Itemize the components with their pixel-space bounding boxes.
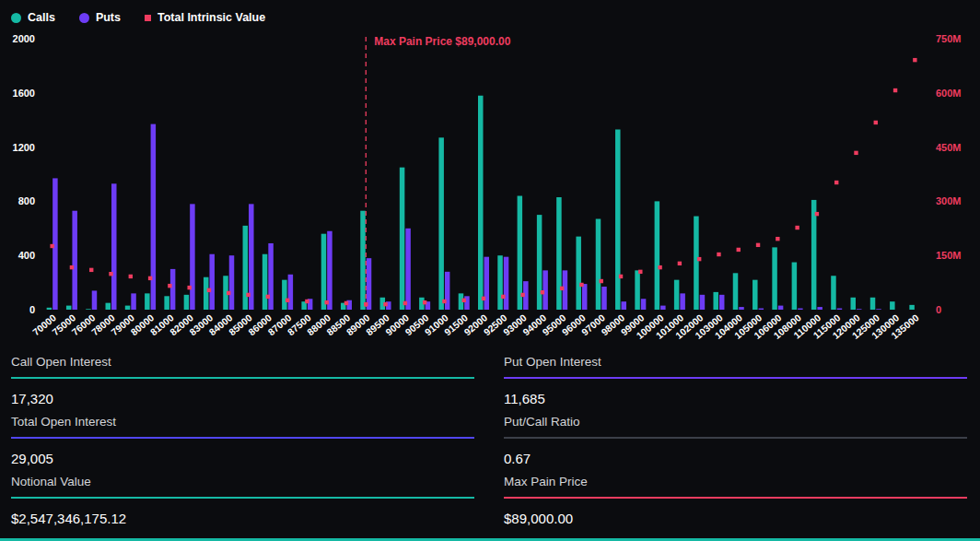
left-axis-tick: 400 [18,250,35,261]
put-bar [837,309,843,310]
call-bar [497,255,503,310]
stat-label: Put/Call Ratio [504,415,967,437]
intrinsic-value-dot [266,295,270,299]
intrinsic-value-dot [344,301,348,305]
put-bar [857,309,862,310]
put-bar [170,269,176,310]
intrinsic-value-dot [717,253,720,256]
intrinsic-value-dot [541,290,544,294]
intrinsic-value-dot [619,275,623,278]
stat-card-put-open-interest: Put Open Interest11,685 [504,355,967,406]
legend-item-total-intrinsic-value[interactable]: Total Intrinsic Value [145,11,265,24]
call-bar [86,309,91,310]
intrinsic-value-dot [383,302,387,306]
right-axis-labels: 0150M300M450M600M750M [936,33,962,315]
call-bar [400,168,405,310]
stat-card-put-call-ratio: Put/Call Ratio0.67 [504,415,967,466]
put-bar [92,290,98,310]
put-bar [367,258,372,310]
intrinsic-value-dot [324,300,328,304]
call-bar [655,201,660,310]
intrinsic-value-dot [482,297,485,300]
options-open-interest-chart: 04008001200160020000150M300M450M600M750M… [0,28,980,348]
call-bar [164,296,169,310]
call-bar [262,254,268,310]
call-bar [145,293,150,310]
put-bar [464,296,470,310]
intrinsic-value-dot [874,121,878,124]
stat-label: Call Open Interest [11,355,474,377]
stat-value: $2,547,346,175.12 [11,499,474,526]
legend-label: Puts [96,11,121,24]
intrinsic-value-dot [815,212,819,216]
call-bar [615,129,621,310]
puts-marker-icon [79,13,89,23]
call-bar [360,211,366,310]
intrinsic-value-dot [168,284,171,288]
intrinsic-value-dot [600,279,603,283]
put-bar [680,293,685,310]
stat-value: 0.67 [504,439,967,466]
put-bar [327,231,332,310]
intrinsic-value-dot [756,243,760,247]
x-axis-labels: 7000075000760007800079000800008100082000… [30,312,921,341]
right-axis-tick: 450M [936,142,962,153]
stat-value: $89,000.00 [504,499,967,526]
call-bar [694,217,699,310]
intrinsic-value-dot [246,293,250,297]
put-bar [151,124,157,310]
intrinsic-value-dot [70,265,74,269]
put-bar [190,204,195,310]
call-bar [204,277,209,310]
intrinsic-value-dot [50,244,53,248]
left-axis-tick: 0 [29,304,35,315]
intrinsic-value-dot [658,265,661,269]
intrinsic-value-dot [638,270,642,274]
intrinsic-value-dot [442,300,446,303]
left-axis-tick: 2000 [13,33,35,44]
intrinsic-value-dot [737,248,741,252]
chart-legend: CallsPutsTotal Intrinsic Value [0,0,980,28]
call-bar [556,197,562,310]
put-bar [798,309,803,310]
intrinsic-value-dot [913,58,916,62]
put-bar [660,306,666,310]
call-bar [537,215,542,310]
call-bar [596,219,601,310]
intrinsic-value-dot [305,300,309,303]
put-bar [817,307,822,310]
put-bar [700,295,706,310]
call-bar [635,270,640,310]
intrinsic-value-dot [776,237,779,241]
options-max-pain-dashboard: CallsPutsTotal Intrinsic Value 040080012… [0,0,980,541]
intrinsic-value-dot [462,299,466,302]
put-bar [601,287,607,310]
calls-marker-icon [11,13,21,23]
legend-item-puts[interactable]: Puts [79,11,121,24]
put-bar [876,309,881,310]
intrinsic-value-dot [854,151,858,155]
intrinsic-value-dot [148,276,152,280]
intrinsic-value-dot [520,293,524,297]
stat-label: Total Open Interest [11,415,474,437]
legend-item-calls[interactable]: Calls [11,11,55,24]
right-axis-tick: 300M [936,195,962,206]
call-bar [282,280,287,310]
left-axis-tick: 800 [18,195,35,206]
put-bar [484,257,490,310]
intrinsic-value-dot [795,226,799,229]
right-axis-tick: 150M [936,250,962,261]
put-bar [131,293,136,310]
put-bar [445,272,450,310]
call-bar [752,280,758,310]
call-bar [125,306,131,310]
intrinsic-value-dot [286,299,289,302]
intrinsic-value-dot [501,295,505,299]
intrinsic-value-dot [560,287,564,290]
intrinsic-value-dot [227,291,230,295]
stat-value: 11,685 [504,379,967,406]
stat-value: 29,005 [11,439,474,466]
legend-label: Total Intrinsic Value [158,11,265,24]
call-bar [243,226,249,310]
calls-bars [47,96,915,310]
